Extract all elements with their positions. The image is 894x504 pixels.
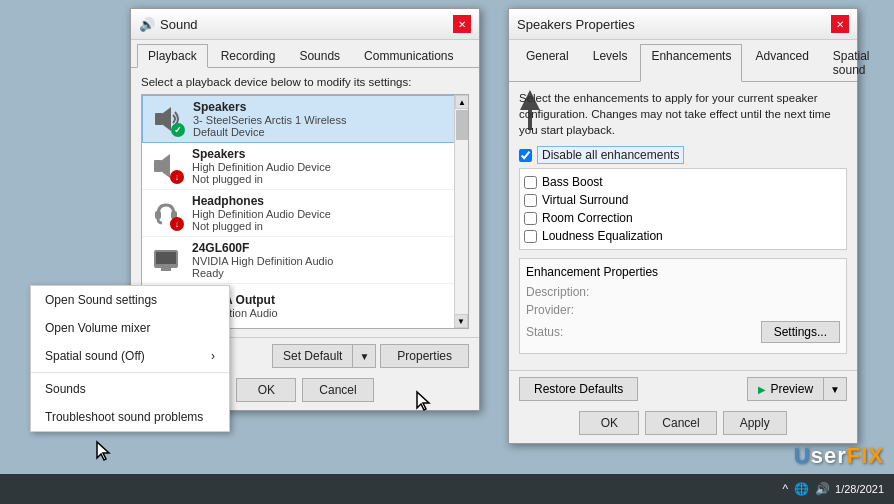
taskbar: ^ 🌐 🔊 1/28/2021 xyxy=(0,474,894,504)
speakers-ok-cancel: OK Cancel Apply xyxy=(509,407,857,443)
set-default-arrow-button[interactable]: ▼ xyxy=(352,344,376,368)
speakers-ok-button[interactable]: OK xyxy=(579,411,639,435)
tab-advanced[interactable]: Advanced xyxy=(744,44,819,81)
context-separator xyxy=(31,372,229,373)
set-default-button[interactable]: Set Default xyxy=(272,344,352,368)
sound-title-text: Sound xyxy=(160,17,198,32)
scroll-up-button[interactable]: ▲ xyxy=(455,95,469,109)
enhancement-properties-title: Enhancement Properties xyxy=(526,265,840,279)
device-detail-nvidia: h Definition Audio xyxy=(192,307,462,319)
speakers-apply-button[interactable]: Apply xyxy=(723,411,787,435)
preview-button[interactable]: ▶ Preview xyxy=(747,377,823,401)
device-name-nvidia: NVIDIA Output xyxy=(192,293,462,307)
device-name-24gl600f: 24GL600F xyxy=(192,241,462,255)
enhancement-virtual-surround: Virtual Surround xyxy=(524,191,842,209)
description-row: Description: xyxy=(526,285,840,299)
device-status-speakers-default: Default Device xyxy=(193,126,461,138)
mouse-cursor xyxy=(415,390,433,412)
tab-sounds[interactable]: Sounds xyxy=(288,44,351,67)
settings-button[interactable]: Settings... xyxy=(761,321,840,343)
spatial-sound-arrow-icon: › xyxy=(211,349,215,363)
tab-spatial-sound[interactable]: Spatial sound xyxy=(822,44,881,81)
loudness-eq-checkbox[interactable] xyxy=(524,230,537,243)
sound-dialog-titlebar: 🔊 Sound ✕ xyxy=(131,9,479,40)
device-info-24gl600f: 24GL600F NVIDIA High Definition Audio Re… xyxy=(192,241,462,279)
room-correction-checkbox[interactable] xyxy=(524,212,537,225)
speakers-cancel-button[interactable]: Cancel xyxy=(645,411,716,435)
bass-boost-label: Bass Boost xyxy=(542,175,603,189)
context-item-troubleshoot[interactable]: Troubleshoot sound problems xyxy=(31,403,229,431)
device-detail-headphones: High Definition Audio Device xyxy=(192,208,462,220)
device-detail-24gl600f: NVIDIA High Definition Audio xyxy=(192,255,462,267)
tab-playback[interactable]: Playback xyxy=(137,44,208,68)
watermark-rest: ser xyxy=(811,443,847,468)
sound-close-button[interactable]: ✕ xyxy=(453,15,471,33)
disable-all-row: Disable all enhancements xyxy=(519,146,847,164)
mouse-cursor-2 xyxy=(95,440,113,462)
provider-label: Provider: xyxy=(526,303,591,317)
sound-cancel-button[interactable]: Cancel xyxy=(302,378,373,402)
tab-enhancements[interactable]: Enhancements xyxy=(640,44,742,82)
tab-general[interactable]: General xyxy=(515,44,580,81)
scrollbar-thumb[interactable] xyxy=(456,110,468,140)
room-correction-label: Room Correction xyxy=(542,211,633,225)
speakers-tab-bar: General Levels Enhancements Advanced Spa… xyxy=(509,40,857,82)
sound-ok-button[interactable]: OK xyxy=(236,378,296,402)
restore-defaults-button[interactable]: Restore Defaults xyxy=(519,377,638,401)
virtual-surround-checkbox[interactable] xyxy=(524,194,537,207)
device-status-badge-red2: ↓ xyxy=(170,217,184,231)
svg-marker-11 xyxy=(520,90,540,130)
svg-marker-1 xyxy=(163,107,171,131)
tab-levels[interactable]: Levels xyxy=(582,44,639,81)
device-item-speakers-hd[interactable]: ↓ Speakers High Definition Audio Device … xyxy=(142,143,468,190)
enhancements-content: Select the enhancements to apply for you… xyxy=(509,82,857,370)
device-info-speakers-default: Speakers 3- SteelSeries Arctis 1 Wireles… xyxy=(193,100,461,138)
device-detail-speakers-hd: High Definition Audio Device xyxy=(192,161,462,173)
taskbar-time: 1/28/2021 xyxy=(835,483,884,495)
watermark-fix: FIX xyxy=(847,443,884,468)
sound-description: Select a playback device below to modify… xyxy=(141,76,469,88)
taskbar-caret-icon[interactable]: ^ xyxy=(782,482,788,496)
device-info-speakers-hd: Speakers High Definition Audio Device No… xyxy=(192,147,462,185)
sound-title-icon: 🔊 xyxy=(139,17,155,32)
properties-button[interactable]: Properties xyxy=(380,344,469,368)
svg-rect-0 xyxy=(155,113,163,125)
context-item-spatial-sound[interactable]: Spatial sound (Off) › xyxy=(31,342,229,370)
device-info-headphones: Headphones High Definition Audio Device … xyxy=(192,194,462,232)
device-icon-speakers-hd: ↓ xyxy=(148,148,184,184)
context-item-volume-mixer[interactable]: Open Volume mixer xyxy=(31,314,229,342)
preview-play-icon: ▶ xyxy=(758,384,766,395)
device-item-speakers-default[interactable]: ✓ Speakers 3- SteelSeries Arctis 1 Wirel… xyxy=(142,95,468,143)
taskbar-network-icon[interactable]: 🌐 xyxy=(794,482,809,496)
context-item-open-sound[interactable]: Open Sound settings xyxy=(31,286,229,314)
speakers-close-button[interactable]: ✕ xyxy=(831,15,849,33)
virtual-surround-label: Virtual Surround xyxy=(542,193,629,207)
scroll-down-button[interactable]: ▼ xyxy=(454,314,468,328)
speakers-titlebar: Speakers Properties ✕ xyxy=(509,9,857,40)
loudness-eq-label: Loudness Equalization xyxy=(542,229,663,243)
device-list-scrollbar[interactable]: ▲ ▼ xyxy=(454,95,468,328)
taskbar-icons: ^ 🌐 🔊 xyxy=(782,482,830,496)
watermark: UserFIX xyxy=(794,443,884,469)
device-item-headphones[interactable]: ↓ Headphones High Definition Audio Devic… xyxy=(142,190,468,237)
device-item-24gl600f[interactable]: 24GL600F NVIDIA High Definition Audio Re… xyxy=(142,237,468,284)
preview-arrow-button[interactable]: ▼ xyxy=(823,377,847,401)
provider-row: Provider: xyxy=(526,303,840,317)
context-menu: Open Sound settings Open Volume mixer Sp… xyxy=(30,285,230,432)
status-row: Status: Settings... xyxy=(526,321,840,343)
context-item-sounds[interactable]: Sounds xyxy=(31,375,229,403)
enhancements-description: Select the enhancements to apply for you… xyxy=(519,90,847,138)
device-name-headphones: Headphones xyxy=(192,194,462,208)
sound-tab-bar: Playback Recording Sounds Communications xyxy=(131,40,479,68)
speakers-dialog: Speakers Properties ✕ General Levels Enh… xyxy=(508,8,858,444)
device-status-badge-green: ✓ xyxy=(171,123,185,137)
disable-all-checkbox[interactable] xyxy=(519,149,532,162)
tab-recording[interactable]: Recording xyxy=(210,44,287,67)
disable-all-label[interactable]: Disable all enhancements xyxy=(537,146,684,164)
bass-boost-checkbox[interactable] xyxy=(524,176,537,189)
taskbar-volume-icon[interactable]: 🔊 xyxy=(815,482,830,496)
tab-communications[interactable]: Communications xyxy=(353,44,464,67)
speakers-footer: Restore Defaults ▶ Preview ▼ xyxy=(509,370,857,407)
status-label: Status: xyxy=(526,325,591,339)
svg-marker-3 xyxy=(162,154,170,178)
